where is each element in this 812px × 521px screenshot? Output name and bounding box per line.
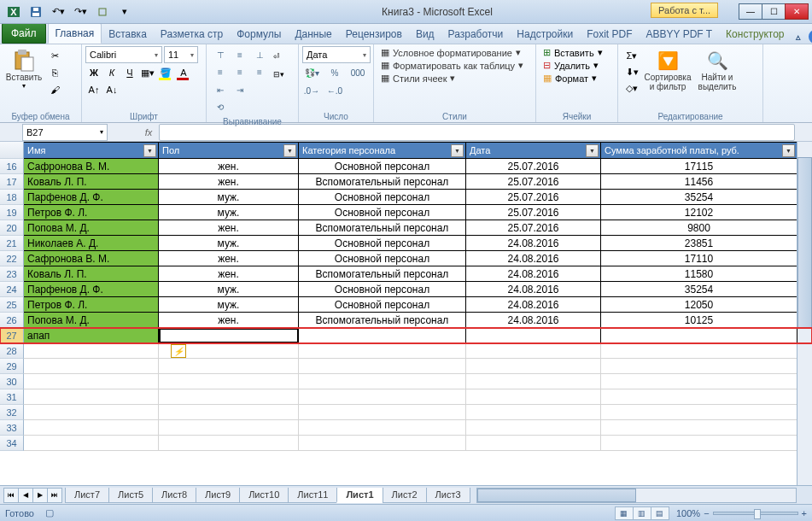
number-format-combo[interactable]: Дата▾: [302, 46, 371, 63]
cell-date[interactable]: 25.07.2016: [466, 190, 601, 205]
fill-color-button[interactable]: 🪣: [157, 65, 174, 80]
minimize-button[interactable]: —: [739, 3, 762, 20]
cell-salary[interactable]: 35254: [601, 190, 797, 205]
copy-icon[interactable]: ⎘: [46, 65, 63, 80]
cell-salary[interactable]: 12102: [601, 205, 797, 220]
tab-formulas[interactable]: Формулы: [230, 25, 288, 44]
context-tab-label[interactable]: Работа с т...: [651, 3, 718, 18]
align-left-icon[interactable]: ≡: [211, 64, 230, 79]
filter-icon[interactable]: ▼: [451, 144, 464, 157]
table-row[interactable]: 26 Попова М. Д. жен. Вспомогательный пер…: [0, 313, 812, 328]
font-color-button[interactable]: A: [175, 65, 192, 80]
cell-name[interactable]: Попова М. Д.: [24, 220, 159, 236]
cell-salary[interactable]: 10125: [601, 313, 797, 328]
percent-icon[interactable]: %: [325, 65, 344, 80]
row-header[interactable]: 32: [0, 405, 24, 420]
cell-gender[interactable]: муж.: [159, 205, 299, 220]
tab-home[interactable]: Главная: [48, 24, 102, 44]
cell-gender[interactable]: жен.: [159, 313, 299, 328]
autosum-icon[interactable]: Σ▾: [623, 48, 640, 63]
find-select-button[interactable]: 🔍 Найти и выделить: [693, 46, 741, 94]
vertical-scrollbar[interactable]: [797, 142, 812, 485]
sheet-nav-last-icon[interactable]: ⏭: [47, 488, 62, 503]
tab-abbyy[interactable]: ABBYY PDF T: [640, 25, 720, 44]
cell-category[interactable]: Вспомогательный персонал: [299, 220, 466, 236]
zoom-slider[interactable]: [713, 512, 798, 515]
insert-cells-button[interactable]: ⊞Вставить ▾: [540, 46, 606, 59]
format-as-table-button[interactable]: ▦Форматировать как таблицу ▾: [377, 59, 527, 72]
cell-category[interactable]: [299, 328, 466, 343]
cell-date[interactable]: 24.08.2016: [466, 266, 601, 282]
zoom-label[interactable]: 100%: [676, 508, 700, 518]
currency-icon[interactable]: 💱▾: [302, 65, 321, 80]
col-header-date[interactable]: Дата▼: [466, 142, 601, 159]
sheet-tab[interactable]: Лист3: [426, 488, 470, 503]
sheet-nav-next-icon[interactable]: ▶: [32, 488, 48, 503]
cell-name[interactable]: Петров Ф. Л.: [24, 205, 159, 220]
col-header-name[interactable]: Имя▼: [24, 142, 159, 159]
sort-filter-button[interactable]: 🔽 Сортировка и фильтр: [642, 46, 693, 94]
row-header[interactable]: 29: [0, 359, 24, 374]
row-header[interactable]: 26: [0, 313, 24, 328]
row-header[interactable]: 17: [0, 174, 24, 190]
cell-category[interactable]: Основной персонал: [299, 282, 466, 297]
clear-icon[interactable]: ◇▾: [623, 80, 640, 96]
cell-salary[interactable]: 17110: [601, 251, 797, 266]
cell-name[interactable]: Петров Ф. Л.: [24, 297, 159, 313]
qat-customize-icon[interactable]: ▾: [114, 3, 135, 21]
cell-name[interactable]: Парфенов Д. Ф.: [24, 282, 159, 297]
decrease-indent-icon[interactable]: ⇤: [211, 82, 230, 97]
col-header-salary[interactable]: Сумма заработной платы, руб.▼: [601, 142, 797, 159]
cell-salary[interactable]: 23851: [601, 236, 797, 251]
fill-icon[interactable]: ⬇▾: [623, 64, 640, 79]
table-row[interactable]: 23 Коваль Л. П. жен. Вспомогательный пер…: [0, 266, 812, 282]
autocorrect-smarttag-icon[interactable]: ⚡: [171, 344, 186, 358]
cell-date[interactable]: [466, 328, 601, 343]
row-header[interactable]: 34: [0, 436, 24, 451]
tab-layout[interactable]: Разметка стр: [154, 25, 230, 44]
empty-row[interactable]: 33: [0, 420, 812, 436]
filter-icon[interactable]: ▼: [782, 144, 795, 157]
row-header[interactable]: 24: [0, 282, 24, 297]
tab-insert[interactable]: Вставка: [102, 25, 154, 44]
sheet-tab[interactable]: Лист1: [336, 488, 383, 503]
cell-name[interactable]: Сафронова В. М.: [24, 251, 159, 266]
cell-salary[interactable]: [601, 328, 797, 343]
page-layout-view-icon[interactable]: ▥: [633, 506, 651, 520]
cell-name[interactable]: Коваль Л. П.: [24, 266, 159, 282]
table-row[interactable]: 25 Петров Ф. Л. муж. Основной персонал 2…: [0, 297, 812, 313]
table-row[interactable]: 24 Парфенов Д. Ф. муж. Основной персонал…: [0, 282, 812, 297]
cell-salary[interactable]: 17115: [601, 159, 797, 174]
cell-gender[interactable]: жен.: [159, 174, 299, 190]
row-header[interactable]: 16: [0, 159, 24, 174]
minimize-ribbon-icon[interactable]: ▵: [792, 30, 805, 44]
zoom-in-icon[interactable]: +: [802, 508, 807, 518]
row-header[interactable]: 31: [0, 389, 24, 405]
normal-view-icon[interactable]: ▦: [615, 506, 634, 520]
cell-category[interactable]: Основной персонал: [299, 205, 466, 220]
underline-button[interactable]: Ч: [121, 65, 138, 80]
cell-category[interactable]: Вспомогательный персонал: [299, 313, 466, 328]
table-row[interactable]: 19 Петров Ф. Л. муж. Основной персонал 2…: [0, 205, 812, 220]
cell-date[interactable]: 24.08.2016: [466, 313, 601, 328]
row-header[interactable]: 28: [0, 343, 24, 359]
cell-salary[interactable]: 11580: [601, 266, 797, 282]
page-break-view-icon[interactable]: ▤: [651, 506, 669, 520]
empty-row[interactable]: 30: [0, 374, 812, 389]
cell-gender[interactable]: муж.: [159, 236, 299, 251]
cell-gender[interactable]: жен.: [159, 251, 299, 266]
row-header[interactable]: 30: [0, 374, 24, 389]
sheet-tab[interactable]: Лист9: [196, 488, 240, 503]
cell-category[interactable]: Основной персонал: [299, 190, 466, 205]
format-cells-button[interactable]: ▦Формат ▾: [540, 72, 600, 85]
cell-date[interactable]: 24.08.2016: [466, 282, 601, 297]
cell-salary[interactable]: 35254: [601, 282, 797, 297]
format-painter-icon[interactable]: 🖌: [46, 82, 63, 97]
bold-button[interactable]: Ж: [85, 65, 102, 80]
filter-icon[interactable]: ▼: [283, 144, 296, 157]
cell-salary[interactable]: 11456: [601, 174, 797, 190]
table-row[interactable]: 17 Коваль Л. П. жен. Вспомогательный пер…: [0, 174, 812, 190]
tab-developer[interactable]: Разработчи: [441, 25, 511, 44]
col-header-gender[interactable]: Пол▼: [159, 142, 299, 159]
row-header[interactable]: 23: [0, 266, 24, 282]
